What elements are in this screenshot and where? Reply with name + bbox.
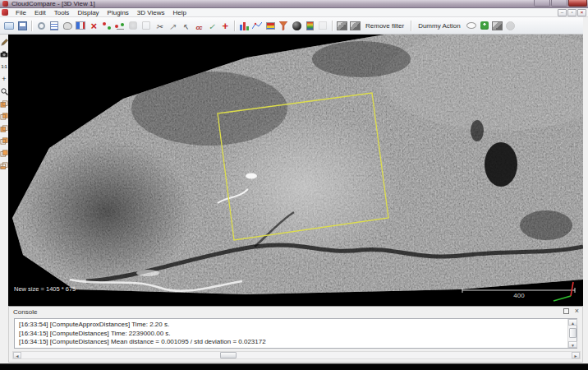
apply-button[interactable] — [205, 19, 218, 33]
funnel-icon — [279, 21, 287, 30]
scalar-field-button — [316, 19, 329, 33]
mdi-minimize-button[interactable]: – — [558, 9, 567, 16]
properties-button[interactable] — [48, 19, 61, 33]
point-pair-picking-button[interactable] — [100, 19, 113, 33]
mdi-restore-button[interactable]: ▫ — [567, 9, 577, 16]
point-list-picking-button[interactable] — [61, 19, 74, 33]
mdi-close-button[interactable]: × — [577, 9, 586, 16]
horizontal-scroll-thumb[interactable] — [220, 352, 237, 358]
open-button[interactable] — [2, 19, 16, 33]
magnifier-icon — [1, 88, 8, 95]
filter-button[interactable] — [277, 19, 290, 33]
console-vertical-scrollbar[interactable]: ▲ ▼ — [567, 319, 577, 348]
screenshot-button[interactable] — [0, 49, 8, 59]
scroll-up-icon[interactable]: ▲ — [568, 319, 577, 326]
scroll-right-icon[interactable]: ► — [572, 352, 580, 358]
checkmark-icon — [209, 18, 215, 33]
curve-icon — [252, 21, 262, 30]
scale-bar-label: 400 — [506, 292, 532, 299]
console-panel: Console × [16:33:54] [ComputeApproxDista… — [8, 306, 583, 363]
menu-display[interactable]: Display — [73, 8, 103, 17]
render-shader-1-button[interactable] — [335, 19, 348, 33]
speech-bubble-button[interactable] — [465, 19, 478, 33]
pick-point-button[interactable] — [179, 19, 192, 33]
disabled-circle-button — [504, 19, 517, 33]
view-top-button[interactable] — [0, 148, 8, 158]
green-figure-icon — [480, 21, 489, 30]
point-pair-picking-icon — [102, 21, 112, 30]
primitive-factory-button[interactable] — [74, 19, 87, 33]
cube-bottom-icon — [0, 162, 8, 169]
delete-icon — [90, 18, 97, 33]
move-cross-icon — [222, 18, 228, 33]
render-shader-3-button[interactable] — [491, 19, 504, 33]
view-left-button[interactable] — [0, 123, 8, 133]
menu-tools[interactable]: Tools — [50, 8, 74, 17]
center-view-button[interactable] — [0, 74, 8, 84]
zoom-button[interactable] — [0, 86, 8, 96]
translate-button[interactable] — [218, 19, 232, 33]
zoom-1-1-button[interactable] — [0, 62, 8, 72]
view-right-button[interactable] — [0, 136, 8, 146]
title-bar: CloudCompare - [3D View 1] — [0, 0, 588, 8]
3d-view[interactable]: New size = 1405 * 675 400 — [8, 35, 583, 306]
scalar-field-icon — [319, 21, 327, 30]
toolbar-separator — [31, 21, 32, 31]
curve-fit-button[interactable] — [250, 19, 264, 33]
transform-arrow-icon — [169, 18, 176, 33]
clone-button[interactable] — [34, 19, 48, 33]
color-layers-button[interactable] — [264, 19, 277, 33]
bounding-box-button — [140, 19, 153, 33]
save-button[interactable] — [16, 19, 29, 33]
pick-tool-button[interactable] — [0, 37, 8, 47]
console-close-icon[interactable]: × — [575, 307, 579, 316]
view-back-button[interactable] — [0, 111, 8, 121]
pencil-icon — [1, 39, 8, 46]
console-log-list[interactable]: [16:33:54] [ComputeApproxDistances] Time… — [14, 318, 577, 349]
toolbar-separator — [411, 21, 411, 31]
window-minimize-button[interactable] — [534, 0, 550, 7]
console-horizontal-scrollbar[interactable]: ◄ ► — [12, 351, 581, 359]
scroll-left-icon[interactable]: ◄ — [13, 352, 21, 358]
resize-status-text: New size = 1405 * 675 — [14, 285, 76, 293]
window-maximize-button[interactable] — [551, 0, 567, 7]
cc-logo-icon — [196, 18, 202, 33]
view-bottom-button[interactable] — [0, 160, 8, 170]
histogram-button[interactable] — [237, 19, 250, 33]
color-scale-button[interactable] — [303, 19, 316, 33]
scissors-icon — [156, 18, 163, 33]
cloudcompare-window: CloudCompare - [3D View 1] File Edit Too… — [0, 0, 588, 370]
cube-right-icon — [0, 137, 8, 145]
remove-filter-button[interactable]: Remove filter — [361, 22, 408, 30]
histogram-icon — [240, 21, 249, 30]
menu-edit[interactable]: Edit — [30, 8, 50, 17]
menu-3d-views[interactable]: 3D Views — [133, 8, 169, 17]
delete-button[interactable] — [87, 19, 100, 33]
menu-plugins[interactable]: Plugins — [103, 8, 133, 17]
point-cloud-render — [8, 35, 583, 306]
console-header: Console × — [9, 307, 582, 317]
cc-plugin-button[interactable] — [192, 19, 205, 33]
menu-bar: File Edit Tools Display Plugins 3D Views… — [0, 8, 588, 17]
menu-help[interactable]: Help — [169, 8, 191, 17]
dummy-action-button[interactable]: Dummy Action — [414, 22, 465, 30]
console-float-icon[interactable] — [563, 308, 569, 314]
segment-button[interactable] — [153, 19, 166, 33]
scroll-down-icon[interactable]: ▼ — [568, 341, 577, 348]
color-scale-icon — [306, 21, 314, 30]
toolbar-separator — [332, 21, 333, 31]
view-toolbar — [0, 35, 8, 363]
camera-icon — [0, 51, 8, 58]
interactive-transform-button[interactable] — [166, 19, 179, 33]
gray-circle-icon — [506, 21, 515, 30]
vertical-scroll-thumb[interactable] — [569, 328, 577, 338]
view-front-button[interactable] — [0, 99, 8, 109]
clone-icon — [38, 22, 45, 30]
console-log-line: [16:33:54] [ComputeApproxDistances] Time… — [19, 321, 565, 330]
sphere-render-button[interactable] — [290, 19, 303, 33]
render-shader-2-button[interactable] — [348, 19, 361, 33]
menu-file[interactable]: File — [11, 8, 30, 17]
register-button[interactable] — [113, 19, 126, 33]
window-close-button[interactable] — [568, 0, 587, 7]
animation-plugin-button[interactable] — [478, 19, 491, 33]
